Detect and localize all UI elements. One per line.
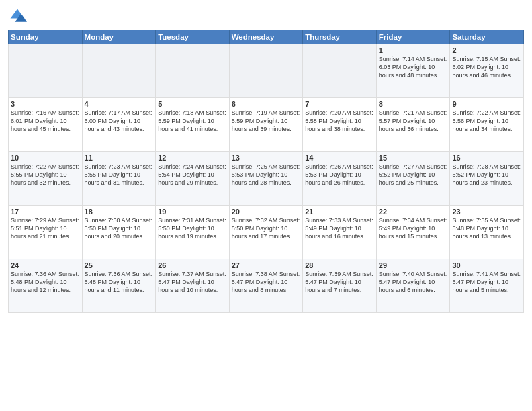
- calendar-cell: 29Sunrise: 7:40 AM Sunset: 5:47 PM Dayli…: [376, 259, 450, 313]
- weekday-header-monday: Monday: [82, 30, 156, 44]
- calendar-cell: 16Sunrise: 7:28 AM Sunset: 5:52 PM Dayli…: [450, 152, 524, 205]
- day-number: 8: [379, 100, 448, 108]
- day-number: 24: [11, 261, 80, 269]
- day-info: Sunrise: 7:36 AM Sunset: 5:48 PM Dayligh…: [85, 270, 154, 294]
- calendar-cell: 15Sunrise: 7:27 AM Sunset: 5:52 PM Dayli…: [376, 152, 450, 205]
- calendar-cell: 18Sunrise: 7:30 AM Sunset: 5:50 PM Dayli…: [82, 205, 156, 259]
- calendar-cell: 14Sunrise: 7:26 AM Sunset: 5:53 PM Dayli…: [303, 152, 377, 205]
- day-number: 10: [11, 154, 80, 162]
- logo: [8, 7, 30, 26]
- day-number: 22: [379, 208, 448, 216]
- weekday-header-saturday: Saturday: [450, 30, 524, 44]
- calendar-cell: 26Sunrise: 7:37 AM Sunset: 5:47 PM Dayli…: [156, 259, 230, 313]
- day-number: 13: [232, 154, 301, 162]
- day-info: Sunrise: 7:18 AM Sunset: 5:59 PM Dayligh…: [158, 109, 227, 133]
- calendar-cell: 5Sunrise: 7:18 AM Sunset: 5:59 PM Daylig…: [156, 98, 230, 152]
- day-info: Sunrise: 7:39 AM Sunset: 5:47 PM Dayligh…: [305, 270, 374, 294]
- day-info: Sunrise: 7:17 AM Sunset: 6:00 PM Dayligh…: [85, 109, 154, 133]
- day-info: Sunrise: 7:41 AM Sunset: 5:47 PM Dayligh…: [452, 270, 521, 294]
- day-info: Sunrise: 7:29 AM Sunset: 5:51 PM Dayligh…: [11, 216, 80, 240]
- calendar-cell: 10Sunrise: 7:22 AM Sunset: 5:55 PM Dayli…: [9, 152, 83, 205]
- day-number: 28: [305, 261, 374, 269]
- calendar-cell: 6Sunrise: 7:19 AM Sunset: 5:59 PM Daylig…: [229, 98, 303, 152]
- day-info: Sunrise: 7:14 AM Sunset: 6:03 PM Dayligh…: [379, 55, 448, 79]
- calendar-cell: 7Sunrise: 7:20 AM Sunset: 5:58 PM Daylig…: [303, 98, 377, 152]
- day-info: Sunrise: 7:28 AM Sunset: 5:52 PM Dayligh…: [452, 163, 521, 187]
- calendar-cell: 12Sunrise: 7:24 AM Sunset: 5:54 PM Dayli…: [156, 152, 230, 205]
- calendar-cell: 11Sunrise: 7:23 AM Sunset: 5:55 PM Dayli…: [82, 152, 156, 205]
- calendar-cell: 20Sunrise: 7:32 AM Sunset: 5:50 PM Dayli…: [229, 205, 303, 259]
- calendar-cell: 2Sunrise: 7:15 AM Sunset: 6:02 PM Daylig…: [450, 44, 524, 98]
- day-info: Sunrise: 7:31 AM Sunset: 5:50 PM Dayligh…: [158, 216, 227, 240]
- calendar-cell: [156, 44, 230, 98]
- day-info: Sunrise: 7:38 AM Sunset: 5:47 PM Dayligh…: [232, 270, 301, 294]
- weekday-header-friday: Friday: [376, 30, 450, 44]
- day-number: 3: [11, 100, 80, 108]
- day-number: 15: [379, 154, 448, 162]
- day-number: 16: [452, 154, 521, 162]
- weekday-row: SundayMondayTuesdayWednesdayThursdayFrid…: [9, 30, 524, 44]
- calendar-cell: 3Sunrise: 7:16 AM Sunset: 6:01 PM Daylig…: [9, 98, 83, 152]
- day-info: Sunrise: 7:36 AM Sunset: 5:48 PM Dayligh…: [11, 270, 80, 294]
- day-number: 5: [158, 100, 227, 108]
- weekday-header-wednesday: Wednesday: [229, 30, 303, 44]
- calendar-cell: 22Sunrise: 7:34 AM Sunset: 5:49 PM Dayli…: [376, 205, 450, 259]
- day-number: 19: [158, 208, 227, 216]
- day-number: 20: [232, 208, 301, 216]
- calendar-cell: 25Sunrise: 7:36 AM Sunset: 5:48 PM Dayli…: [82, 259, 156, 313]
- day-number: 25: [85, 261, 154, 269]
- day-info: Sunrise: 7:24 AM Sunset: 5:54 PM Dayligh…: [158, 163, 227, 187]
- logo-icon: [8, 7, 27, 26]
- day-number: 27: [232, 261, 301, 269]
- calendar-container: SundayMondayTuesdayWednesdayThursdayFrid…: [0, 0, 532, 411]
- day-info: Sunrise: 7:37 AM Sunset: 5:47 PM Dayligh…: [158, 270, 227, 294]
- day-number: 17: [11, 208, 80, 216]
- calendar-cell: 4Sunrise: 7:17 AM Sunset: 6:00 PM Daylig…: [82, 98, 156, 152]
- day-number: 14: [305, 154, 374, 162]
- day-info: Sunrise: 7:35 AM Sunset: 5:48 PM Dayligh…: [452, 216, 521, 240]
- header: [8, 7, 524, 26]
- day-number: 9: [452, 100, 521, 108]
- calendar-cell: 9Sunrise: 7:22 AM Sunset: 5:56 PM Daylig…: [450, 98, 524, 152]
- day-info: Sunrise: 7:21 AM Sunset: 5:57 PM Dayligh…: [379, 109, 448, 133]
- calendar-cell: 28Sunrise: 7:39 AM Sunset: 5:47 PM Dayli…: [303, 259, 377, 313]
- week-row-4: 24Sunrise: 7:36 AM Sunset: 5:48 PM Dayli…: [9, 259, 524, 313]
- calendar-cell: 21Sunrise: 7:33 AM Sunset: 5:49 PM Dayli…: [303, 205, 377, 259]
- calendar-cell: 30Sunrise: 7:41 AM Sunset: 5:47 PM Dayli…: [450, 259, 524, 313]
- week-row-3: 17Sunrise: 7:29 AM Sunset: 5:51 PM Dayli…: [9, 205, 524, 259]
- weekday-header-sunday: Sunday: [9, 30, 83, 44]
- day-number: 12: [158, 154, 227, 162]
- day-info: Sunrise: 7:27 AM Sunset: 5:52 PM Dayligh…: [379, 163, 448, 187]
- day-number: 7: [305, 100, 374, 108]
- week-row-2: 10Sunrise: 7:22 AM Sunset: 5:55 PM Dayli…: [9, 152, 524, 205]
- day-number: 2: [452, 46, 521, 54]
- day-number: 4: [85, 100, 154, 108]
- weekday-header-tuesday: Tuesday: [156, 30, 230, 44]
- calendar-cell: 27Sunrise: 7:38 AM Sunset: 5:47 PM Dayli…: [229, 259, 303, 313]
- week-row-1: 3Sunrise: 7:16 AM Sunset: 6:01 PM Daylig…: [9, 98, 524, 152]
- day-info: Sunrise: 7:22 AM Sunset: 5:55 PM Dayligh…: [11, 163, 80, 187]
- day-number: 29: [379, 261, 448, 269]
- calendar-cell: [9, 44, 83, 98]
- day-number: 6: [232, 100, 301, 108]
- day-info: Sunrise: 7:40 AM Sunset: 5:47 PM Dayligh…: [379, 270, 448, 294]
- calendar-cell: 13Sunrise: 7:25 AM Sunset: 5:53 PM Dayli…: [229, 152, 303, 205]
- calendar-cell: 17Sunrise: 7:29 AM Sunset: 5:51 PM Dayli…: [9, 205, 83, 259]
- day-info: Sunrise: 7:34 AM Sunset: 5:49 PM Dayligh…: [379, 216, 448, 240]
- day-info: Sunrise: 7:25 AM Sunset: 5:53 PM Dayligh…: [232, 163, 301, 187]
- day-number: 21: [305, 208, 374, 216]
- day-info: Sunrise: 7:19 AM Sunset: 5:59 PM Dayligh…: [232, 109, 301, 133]
- day-info: Sunrise: 7:22 AM Sunset: 5:56 PM Dayligh…: [452, 109, 521, 133]
- calendar-cell: 23Sunrise: 7:35 AM Sunset: 5:48 PM Dayli…: [450, 205, 524, 259]
- day-number: 18: [85, 208, 154, 216]
- calendar-cell: 8Sunrise: 7:21 AM Sunset: 5:57 PM Daylig…: [376, 98, 450, 152]
- day-info: Sunrise: 7:20 AM Sunset: 5:58 PM Dayligh…: [305, 109, 374, 133]
- calendar-cell: 24Sunrise: 7:36 AM Sunset: 5:48 PM Dayli…: [9, 259, 83, 313]
- calendar-cell: 1Sunrise: 7:14 AM Sunset: 6:03 PM Daylig…: [376, 44, 450, 98]
- calendar-cell: [303, 44, 377, 98]
- week-row-0: 1Sunrise: 7:14 AM Sunset: 6:03 PM Daylig…: [9, 44, 524, 98]
- calendar-table: SundayMondayTuesdayWednesdayThursdayFrid…: [8, 30, 524, 313]
- calendar-header: SundayMondayTuesdayWednesdayThursdayFrid…: [9, 30, 524, 44]
- day-number: 1: [379, 46, 448, 54]
- day-info: Sunrise: 7:33 AM Sunset: 5:49 PM Dayligh…: [305, 216, 374, 240]
